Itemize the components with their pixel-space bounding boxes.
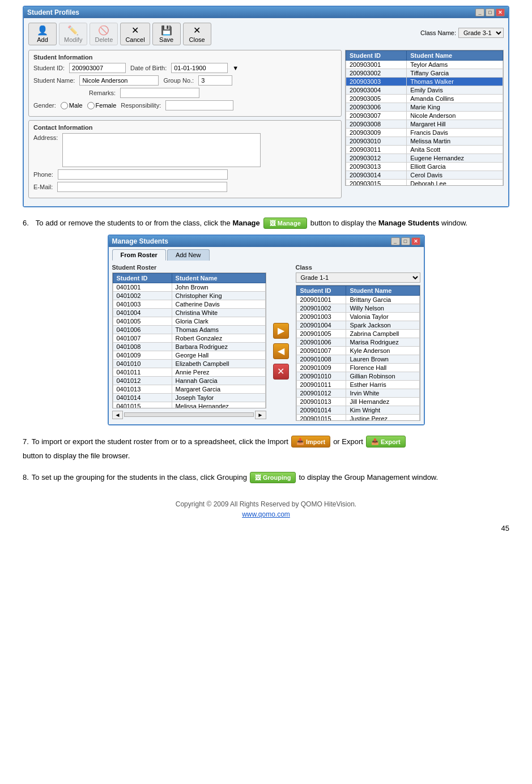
table-row[interactable]: 200903003Thomas Walker <box>346 78 503 86</box>
table-row[interactable]: 0401002Christopher King <box>113 292 265 300</box>
table-row[interactable]: 200903005Amanda Collins <box>346 95 503 103</box>
dob-input[interactable] <box>171 63 228 73</box>
cell-name: Melissa Martin <box>407 137 503 146</box>
delete-from-class-button[interactable]: ✕ <box>273 364 289 380</box>
maximize-button[interactable]: □ <box>486 8 495 16</box>
phone-input[interactable] <box>58 169 228 180</box>
delete-button[interactable]: 🚫 Delete <box>90 23 118 45</box>
table-row[interactable]: 0401008Barbara Rodriguez <box>113 343 265 351</box>
table-row[interactable]: 200903013Elliott Garcia <box>346 163 503 171</box>
step6-text2: button to display the Manage Students wi… <box>310 218 467 229</box>
student-id-input[interactable] <box>69 63 126 73</box>
manage-button[interactable]: 🖼 Manage <box>263 218 307 229</box>
manage-minimize-button[interactable]: _ <box>391 237 400 245</box>
table-row[interactable]: 200903014Cerol Davis <box>346 171 503 180</box>
table-row[interactable]: 200901007Kyle Anderson <box>296 347 419 355</box>
table-row[interactable]: 0401012Hannah Garcia <box>113 377 265 385</box>
group-no-input[interactable] <box>198 75 232 86</box>
export-button[interactable]: 📤 Export <box>366 436 406 448</box>
table-row[interactable]: 0401007Robert Gonzalez <box>113 334 265 343</box>
cell-name: Esther Harris <box>346 381 419 389</box>
table-row[interactable]: 200901002Willy Nelson <box>296 304 419 313</box>
remarks-row: Remarks: <box>33 88 337 98</box>
import-button[interactable]: 📥 Import <box>291 436 330 448</box>
email-input[interactable] <box>57 182 227 192</box>
add-to-class-button[interactable]: ▶ <box>273 323 289 339</box>
manage-maximize-button[interactable]: □ <box>401 237 410 245</box>
table-row[interactable]: 0401003Catherine Davis <box>113 300 265 309</box>
table-row[interactable]: 200901005Zabrina Campbell <box>296 330 419 338</box>
table-row[interactable]: 0401011Annie Perez <box>113 368 265 377</box>
responsibility-input[interactable] <box>165 100 233 110</box>
table-row[interactable]: 0401010Elizabeth Campbell <box>113 360 265 368</box>
modify-button[interactable]: ✏️ Modify <box>59 23 87 45</box>
dob-dropdown-arrow[interactable]: ▼ <box>232 65 239 71</box>
table-row[interactable]: 200901008Lauren Brown <box>296 355 419 364</box>
cell-id: 200901012 <box>296 389 346 398</box>
manage-icon: 🖼 <box>270 220 276 227</box>
student-id-row: Student ID: Date of Birth: ▼ <box>33 63 337 73</box>
table-row[interactable]: 200901006Marisa Rodriguez <box>296 338 419 347</box>
gender-male-radio[interactable]: Male <box>61 102 83 109</box>
save-button[interactable]: 💾 Save <box>152 23 181 45</box>
close-icon: ✕ <box>193 25 201 36</box>
table-row[interactable]: 0401006Thomas Adams <box>113 326 265 334</box>
table-row[interactable]: 200903006Marie King <box>346 103 503 112</box>
table-row[interactable]: 0401014Joseph Taylor <box>113 394 265 402</box>
table-row[interactable]: 0401013Margaret Garcia <box>113 385 265 394</box>
table-row[interactable]: 200901001Brittany Garcia <box>296 296 419 304</box>
cell-id: 0401004 <box>113 309 172 317</box>
table-row[interactable]: 200903007Nicole Anderson <box>346 112 503 120</box>
table-row[interactable]: 0401001John Brown <box>113 283 265 292</box>
remarks-input[interactable] <box>120 88 199 98</box>
step6-number: 6. <box>23 218 29 229</box>
table-row[interactable]: 200901004Spark Jackson <box>296 321 419 330</box>
minimize-button[interactable]: _ <box>475 8 484 16</box>
tab-from-roster[interactable]: From Roster <box>112 249 166 261</box>
step7-number: 7. <box>23 436 29 448</box>
table-row[interactable]: 200903001Teylor Adams <box>346 61 503 69</box>
roster-scroll-right[interactable]: ► <box>255 411 266 419</box>
close-button[interactable]: ✕ Close <box>183 23 211 45</box>
table-row[interactable]: 0401009George Hall <box>113 351 265 360</box>
class-name-select[interactable]: Grade 3-1 <box>458 28 504 38</box>
student-name-input[interactable] <box>79 75 159 86</box>
cell-id: 200903008 <box>346 120 407 129</box>
gender-female-radio[interactable]: Female <box>87 102 117 109</box>
cancel-icon: ✕ <box>131 25 139 36</box>
website-link[interactable]: www.qomo.com <box>242 510 290 518</box>
cancel-button[interactable]: ✕ Cancel <box>120 23 150 45</box>
remove-from-class-button[interactable]: ◀ <box>273 343 289 359</box>
table-row[interactable]: 200901012Irvin White <box>296 389 419 398</box>
table-row[interactable]: 0401015Melissa Hernandez <box>113 402 265 409</box>
tab-add-new[interactable]: Add New <box>167 249 210 261</box>
table-row[interactable]: 200901009Florence Hall <box>296 364 419 372</box>
gender-male-input[interactable] <box>61 102 68 109</box>
address-input[interactable] <box>62 133 261 167</box>
table-row[interactable]: 200903002Tiffany Garcia <box>346 69 503 78</box>
table-row[interactable]: 200903015Deborah Lee <box>346 180 503 186</box>
gender-female-input[interactable] <box>87 102 95 109</box>
grouping-button[interactable]: 🖼 Grouping <box>250 472 296 483</box>
table-row[interactable]: 200903011Anita Scott <box>346 146 503 154</box>
table-row[interactable]: 200901013Jill Hernandez <box>296 398 419 406</box>
table-row[interactable]: 200903008Margaret Hill <box>346 120 503 129</box>
table-row[interactable]: 200901010Gillian Robinson <box>296 372 419 381</box>
table-row[interactable]: 200903009Francis Davis <box>346 129 503 137</box>
table-row[interactable]: 200901011Esther Harris <box>296 381 419 389</box>
manage-body: Student Roster Student ID Student Name 0… <box>109 261 424 424</box>
roster-scrollbar[interactable] <box>124 412 253 417</box>
class-select[interactable]: Grade 1-1 <box>296 272 420 283</box>
close-window-button[interactable]: ✕ <box>496 8 505 16</box>
table-row[interactable]: 200903012Eugene Hernandez <box>346 154 503 163</box>
table-row[interactable]: 200903004Emily Davis <box>346 86 503 95</box>
table-row[interactable]: 200901015Justine Perez <box>296 415 419 421</box>
table-row[interactable]: 0401005Gloria Clark <box>113 317 265 326</box>
table-row[interactable]: 0401004Christina White <box>113 309 265 317</box>
roster-scroll-left[interactable]: ◄ <box>112 411 124 419</box>
manage-close-button[interactable]: ✕ <box>411 237 420 245</box>
table-row[interactable]: 200903010Melissa Martin <box>346 137 503 146</box>
table-row[interactable]: 200901003Valonia Taylor <box>296 313 419 321</box>
add-button[interactable]: 👤 Add <box>28 23 57 45</box>
table-row[interactable]: 200901014Kim Wright <box>296 406 419 415</box>
